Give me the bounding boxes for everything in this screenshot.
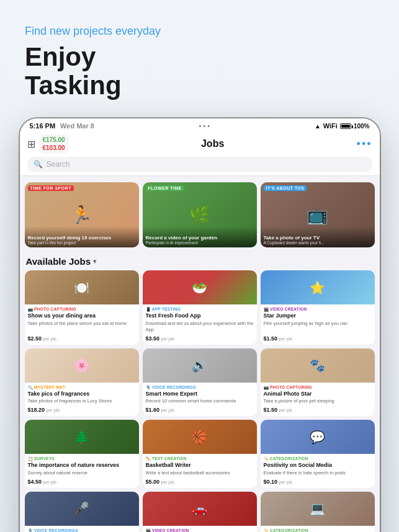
category-card-tv[interactable]: 📺 IT'S ABOUT TVS Take a photo of your TV… xyxy=(261,182,375,247)
job-thumb-1: 🥗 xyxy=(143,270,257,304)
job-desc-7: Write a text about basketball accessorie… xyxy=(146,470,254,476)
job-thumb-8: 💬 xyxy=(261,420,375,454)
status-bar: 5:16 PM Wed Mar 8 • • • ▲ WiFi 100% xyxy=(20,118,380,132)
job-thumb-10: 🚗 xyxy=(143,492,257,526)
job-category-7: ✏️ TEXT CREATION xyxy=(146,456,254,461)
job-card-4[interactable]: 🔊 🎙️ VOICE RECORDINGS Smart Home Expert … xyxy=(143,348,257,417)
menu-icon[interactable]: ⊞ xyxy=(27,138,35,150)
job-thumb-5: 🐾 xyxy=(261,348,375,383)
nav-top: ⊞ €175.00 €103.00 Jobs ••• xyxy=(27,135,372,153)
cat-sport-sub: Take part in this fun project xyxy=(28,241,136,245)
category-card-sport[interactable]: 🏃 TIME FOR SPORT Record yourself doing 1… xyxy=(25,182,139,247)
hero-title: Enjoy Tasking xyxy=(25,43,374,100)
cat-flower-desc: Record a video of your garden Participat… xyxy=(143,226,257,247)
job-title-0: Show us your dining area xyxy=(28,313,136,319)
job-price-3: $18.20 per job xyxy=(28,407,136,413)
job-thumb-7: 🏀 xyxy=(143,420,257,454)
job-thumb-9: 🎤 xyxy=(25,492,139,526)
device-frame: 5:16 PM Wed Mar 8 • • • ▲ WiFi 100% ⊞ €1… xyxy=(20,118,380,532)
job-desc-2: Film yourself jumping as high as you can xyxy=(264,321,372,333)
hero-title-line1: Enjoy xyxy=(25,42,96,71)
job-body-11: 🏷️ CATEGORIZATION Analyse Comments Evalu… xyxy=(261,526,375,532)
nav-more-button[interactable]: ••• xyxy=(357,138,372,151)
job-title-3: Take pics of fragrances xyxy=(28,391,136,397)
job-price-7: $5.00 per job xyxy=(146,479,254,485)
cat-flower-title: Record a video of your garden xyxy=(146,235,254,241)
signal-icon: ▲ xyxy=(315,123,321,130)
job-desc-1: Download and tell us about your experien… xyxy=(146,321,254,333)
balance-amount2: €103.00 xyxy=(43,144,65,152)
job-card-3[interactable]: 🌸 🔍 MYSTERY MKT Take pics of fragrances … xyxy=(25,348,139,417)
search-bar[interactable]: 🔍 Search xyxy=(27,157,372,172)
cat-tv-label: IT'S ABOUT TVS xyxy=(264,185,307,191)
job-body-9: 🎙️ VOICE RECORDINGS AI Trainer Record 32… xyxy=(25,526,139,532)
nav-left: ⊞ €175.00 €103.00 xyxy=(27,135,69,153)
job-thumb-0: 🍽️ xyxy=(25,270,139,304)
job-category-3: 🔍 MYSTERY MKT xyxy=(28,385,136,390)
wifi-icon: WiFi xyxy=(323,122,338,130)
job-card-10[interactable]: 🚗 🎬 VIDEO CREATION AI in Cars Take a few… xyxy=(143,492,257,532)
cat-tv-sub: A Cupboard dealer wants your h... xyxy=(264,241,372,245)
status-date: Wed Mar 8 xyxy=(60,122,94,130)
job-title-6: The importance of nature reserves xyxy=(28,462,136,469)
job-price-8: $0.10 per job xyxy=(264,479,372,485)
job-price-6: $4.50 per job xyxy=(28,479,136,485)
job-title-1: Test Fresh Food App xyxy=(146,313,254,319)
job-title-5: Animal Photo Star xyxy=(264,391,372,397)
job-card-6[interactable]: 🌲 📋 SURVEYS The importance of nature res… xyxy=(25,420,139,488)
job-category-2: 🎬 VIDEO CREATION xyxy=(264,307,372,312)
category-card-flower[interactable]: 🌿 FLOWER TIME Record a video of your gar… xyxy=(143,182,257,247)
job-category-4: 🎙️ VOICE RECORDINGS xyxy=(146,385,254,390)
job-card-2[interactable]: ⭐ 🎬 VIDEO CREATION Star Jumper Film your… xyxy=(261,270,375,344)
cat-sport-title: Record yourself doing 19 exercises xyxy=(28,235,136,241)
job-category-8: 🏷️ CATEGORIZATION xyxy=(264,456,372,461)
job-body-5: 📷 PHOTO CAPTURING Animal Photo Star Take… xyxy=(261,383,375,417)
job-desc-5: Take a picture of your pet sleeping xyxy=(264,398,372,404)
cat-sport-desc: Record yourself doing 19 exercises Take … xyxy=(25,226,139,247)
device-wrapper: 5:16 PM Wed Mar 8 • • • ▲ WiFi 100% ⊞ €1… xyxy=(0,112,399,532)
job-thumb-11: 💻 xyxy=(261,492,375,526)
search-placeholder: Search xyxy=(47,160,70,169)
job-category-6: 📋 SURVEYS xyxy=(28,456,136,461)
hero-title-line2: Tasking xyxy=(25,71,122,100)
job-title-7: Basketball Writer xyxy=(146,462,254,469)
job-desc-8: Evaluate if there is hate speech in post… xyxy=(264,470,372,476)
job-price-2: $1.50 per job xyxy=(264,335,372,342)
battery-pct: 100% xyxy=(354,123,370,130)
search-icon: 🔍 xyxy=(34,160,43,169)
job-card-1[interactable]: 🥗 📱 APP TESTING Test Fresh Food App Down… xyxy=(143,270,257,344)
job-thumb-3: 🌸 xyxy=(25,348,139,383)
job-body-0: 📷 PHOTO CAPTURING Show us your dining ar… xyxy=(25,304,139,344)
job-title-2: Star Jumper xyxy=(264,313,372,319)
job-desc-6: Survey about natural reserve xyxy=(28,470,136,476)
job-price-0: $2.50 per job xyxy=(28,335,136,342)
job-card-5[interactable]: 🐾 📷 PHOTO CAPTURING Animal Photo Star Ta… xyxy=(261,348,375,417)
tagline: Find new projects everyday xyxy=(25,25,374,38)
job-card-9[interactable]: 🎤 🎙️ VOICE RECORDINGS AI Trainer Record … xyxy=(25,492,139,532)
cat-tv-desc: Take a photo of your TV A Cupboard deale… xyxy=(261,226,375,247)
balance-badge: €175.00 €103.00 xyxy=(39,135,69,153)
section-available-jobs: Available Jobs ▾ xyxy=(25,252,375,270)
job-price-1: $3.50 per job xyxy=(146,335,254,342)
job-body-8: 🏷️ CATEGORIZATION Positivity on Social M… xyxy=(261,454,375,488)
job-desc-4: Record 10 common smart home commands xyxy=(146,398,254,404)
job-card-0[interactable]: 🍽️ 📷 PHOTO CAPTURING Show us your dining… xyxy=(25,270,139,344)
job-category-10: 🎬 VIDEO CREATION xyxy=(146,528,254,532)
status-right: ▲ WiFi 100% xyxy=(315,122,370,130)
job-thumb-6: 🌲 xyxy=(25,420,139,454)
job-desc-0: Take photos of the place where you eat a… xyxy=(28,321,136,333)
job-body-2: 🎬 VIDEO CREATION Star Jumper Film yourse… xyxy=(261,304,375,344)
job-card-7[interactable]: 🏀 ✏️ TEXT CREATION Basketball Writer Wri… xyxy=(143,420,257,488)
job-thumb-2: ⭐ xyxy=(261,270,375,304)
job-body-4: 🎙️ VOICE RECORDINGS Smart Home Expert Re… xyxy=(143,383,257,417)
content-area: 🏃 TIME FOR SPORT Record yourself doing 1… xyxy=(20,176,380,532)
page-header: Find new projects everyday Enjoy Tasking xyxy=(0,0,399,112)
job-card-11[interactable]: 💻 🏷️ CATEGORIZATION Analyse Comments Eva… xyxy=(261,492,375,532)
cat-sport-label: TIME FOR SPORT xyxy=(28,185,74,191)
jobs-grid: 🍽️ 📷 PHOTO CAPTURING Show us your dining… xyxy=(25,270,375,532)
available-jobs-label: Available Jobs xyxy=(26,256,91,267)
job-body-1: 📱 APP TESTING Test Fresh Food App Downlo… xyxy=(143,304,257,344)
job-card-8[interactable]: 💬 🏷️ CATEGORIZATION Positivity on Social… xyxy=(261,420,375,488)
status-dots: • • • xyxy=(199,122,210,130)
nav-bar: ⊞ €175.00 €103.00 Jobs ••• 🔍 Search xyxy=(20,132,380,176)
